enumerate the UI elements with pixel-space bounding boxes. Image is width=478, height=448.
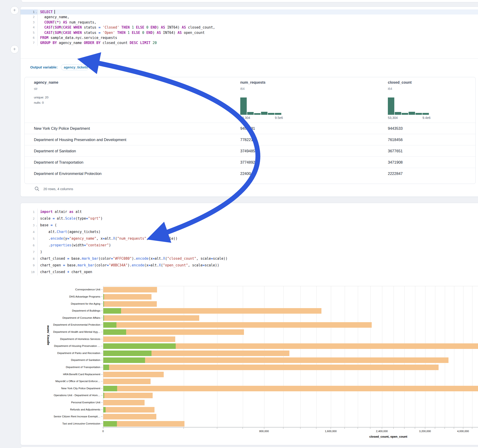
open-count-bar <box>103 350 151 356</box>
code-line[interactable]: 4 alt.Chart(agency_tickets) <box>20 229 478 235</box>
x-tick <box>454 428 454 429</box>
column-type: i64 <box>240 87 245 91</box>
closed-count-bar <box>103 400 145 405</box>
column-name: closed_count <box>388 81 412 85</box>
code-line[interactable]: 7) <box>20 249 478 255</box>
gridline <box>243 286 243 427</box>
closed-count-bar <box>103 308 321 314</box>
search-icon[interactable] <box>34 186 40 192</box>
python-cell: 1import altair as alt2scale = alt.Scale(… <box>20 203 478 445</box>
gridline <box>264 286 264 427</box>
y-axis-label: Department for the Aging <box>22 302 100 305</box>
code-line[interactable]: 2scale = alt.Scale(type="sqrt") <box>20 215 478 222</box>
code-line[interactable]: 8chart_closed = base.mark_bar(color="#FF… <box>20 255 478 262</box>
code-line[interactable]: 3⌄base = ( <box>20 222 478 229</box>
x-tick <box>345 428 345 429</box>
x-tick <box>435 428 435 429</box>
gridline <box>184 286 184 427</box>
table-row[interactable]: Department of Transportation377489234719… <box>25 156 475 168</box>
x-tick <box>404 428 404 429</box>
x-tick <box>217 428 217 429</box>
x-tick-label: 800,000 <box>259 430 269 433</box>
histogram-bar <box>409 112 415 115</box>
code-text: scale = alt.Scale(type="sqrt") <box>38 215 478 222</box>
x-axis-line <box>103 427 478 428</box>
open-count-bar <box>103 421 117 427</box>
line-number: 10 <box>20 269 38 275</box>
open-count-bar <box>103 301 104 307</box>
table-row[interactable]: Department of Environmental Protection22… <box>25 168 475 179</box>
code-line[interactable]: 9chart_open = base.mark_bar(color="#8BC3… <box>20 262 478 269</box>
code-line[interactable]: 2 agency_name, <box>20 14 478 20</box>
column-name: agency_name <box>34 81 58 85</box>
table-row[interactable]: Department of Sanitation37494853677651 <box>25 145 475 157</box>
y-axis-label: Personal Exemption Unit <box>22 401 100 404</box>
column-name: num_requests <box>240 81 265 85</box>
x-tick <box>183 428 184 429</box>
code-line[interactable]: 6FROM sample_data.nyc.service_requests <box>20 35 478 40</box>
fold-chevron-icon[interactable]: ⌄ <box>36 222 37 229</box>
y-axis-label: HRA Benefit Card Replacement <box>22 373 100 376</box>
table-row[interactable]: New York City Police Department945313194… <box>25 123 475 134</box>
code-text: .properties(width="container") <box>38 242 478 249</box>
code-text: SELECT <box>38 9 478 14</box>
add-cell-button-top[interactable]: + <box>10 6 19 14</box>
output-variable-pill[interactable]: agency_tickets <box>61 64 89 70</box>
code-line[interactable]: 3 COUNT(*) AS num_requests, <box>20 20 478 25</box>
python-code-editor[interactable]: 1import altair as alt2scale = alt.Scale(… <box>20 209 478 275</box>
code-line[interactable]: 10chart_closed + chart_open <box>20 269 478 275</box>
code-line[interactable]: 5 .encode(y="agency_name", x=alt.X("num_… <box>20 235 478 242</box>
gridline <box>425 286 425 427</box>
sql-code-editor[interactable]: 1⌄SELECT2 agency_name,3 COUNT(*) AS num_… <box>20 9 478 46</box>
closed-count-bar <box>103 393 153 398</box>
histogram-max-label: 9.4e6 <box>422 116 430 120</box>
code-line[interactable]: 1import altair as alt <box>20 209 478 215</box>
gridline <box>331 286 331 427</box>
table-footer: 20 rows, 4 columns <box>34 185 73 193</box>
code-text: FROM sample_data.nyc.service_requests <box>38 35 478 40</box>
add-cell-button-middle[interactable]: + <box>10 45 19 53</box>
open-count-bar <box>103 365 109 370</box>
line-number: 3 <box>20 20 38 25</box>
y-tick <box>101 289 103 290</box>
y-axis-label: Refunds and Adjustments <box>22 408 100 411</box>
y-tick <box>101 410 103 410</box>
open-count-bar <box>103 393 104 398</box>
gridline <box>301 286 301 427</box>
y-tick <box>101 367 103 367</box>
closed-count-bar <box>103 287 157 292</box>
gridline <box>463 286 464 427</box>
code-line[interactable]: 7GROUP BY agency_name ORDER BY closed_co… <box>20 40 478 45</box>
line-number: 1⌄ <box>20 9 38 14</box>
table-row[interactable]: Department of Housing Preservation and D… <box>25 134 475 145</box>
y-tick <box>101 353 103 353</box>
table-cell: Department of Housing Preservation and D… <box>34 134 126 145</box>
x-tick <box>370 428 370 429</box>
x-tick <box>472 428 472 429</box>
column-type: i64 <box>388 87 392 91</box>
y-axis-label: Department of Parks and Recreation <box>22 352 100 355</box>
fold-chevron-icon[interactable]: ⌄ <box>36 10 37 15</box>
code-line[interactable]: 5 CAST(SUM(CASE WHEN status = 'Open' THE… <box>20 30 478 35</box>
x-tick <box>382 428 382 429</box>
code-line[interactable]: 1⌄SELECT <box>20 9 478 14</box>
line-number: 2 <box>20 14 38 20</box>
code-line[interactable]: 6 .properties(width="container") <box>20 242 478 249</box>
x-tick <box>103 428 103 429</box>
histogram-min-label: 53,304 <box>388 116 398 120</box>
line-number: 5 <box>20 235 38 242</box>
output-variable-label: Output variable: <box>30 65 58 69</box>
y-axis-label: Department of Homeless Services <box>22 338 100 340</box>
line-number: 2 <box>20 215 38 222</box>
open-count-bar <box>103 386 117 391</box>
y-axis-label: DHS Advantage Programs <box>22 295 100 298</box>
table-cell: 3774892 <box>240 157 255 168</box>
text-cursor <box>54 10 55 14</box>
line-number: 6 <box>20 35 38 40</box>
code-line[interactable]: 4 CAST(SUM(CASE WHEN status = 'Closed' T… <box>20 25 478 30</box>
x-tick <box>243 428 243 429</box>
histogram-bar <box>388 98 394 115</box>
y-axis-label: Department of Housing Preservation … <box>22 344 100 347</box>
open-count-bar <box>103 407 106 412</box>
y-axis-label: Department of Consumer Affairs <box>22 316 100 319</box>
